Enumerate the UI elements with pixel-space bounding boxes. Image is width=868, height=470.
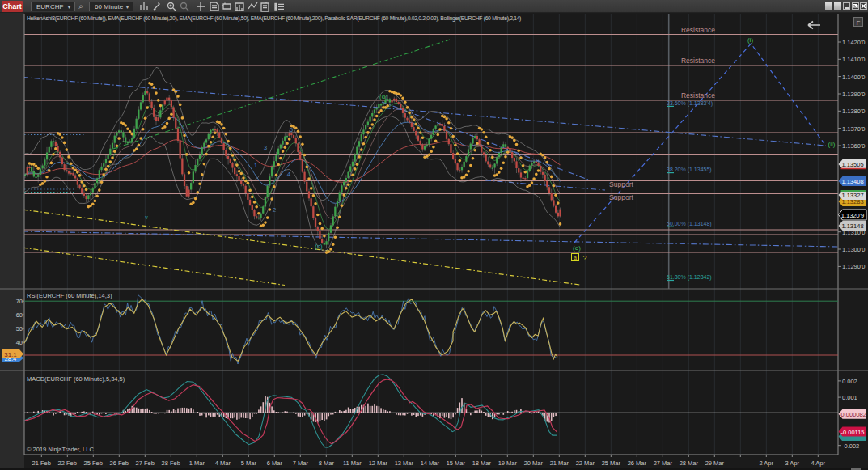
svg-text:1.1290'0: 1.1290'0 (842, 263, 866, 270)
svg-text:38.20% (1.13455): 38.20% (1.13455) (667, 167, 712, 173)
svg-text:4: 4 (287, 171, 291, 178)
svg-text:(d): (d) (379, 93, 387, 100)
svg-text:25 Feb: 25 Feb (84, 459, 103, 467)
svg-text:21 Feb: 21 Feb (32, 459, 51, 467)
svg-text:2 Apr: 2 Apr (760, 459, 774, 467)
svg-text:0.002: 0.002 (842, 378, 857, 385)
svg-text:0.001: 0.001 (842, 394, 857, 401)
svg-text:F: F (857, 19, 861, 27)
svg-text:20 Mar: 20 Mar (524, 459, 544, 467)
svg-text:15 Mar: 15 Mar (447, 459, 466, 467)
svg-text:13 Mar: 13 Mar (395, 459, 414, 467)
svg-text:1.13408: 1.13408 (841, 178, 863, 185)
svg-text:21 Mar: 21 Mar (550, 459, 569, 467)
svg-text:50.00% (1.13148): 50.00% (1.13148) (667, 221, 712, 227)
svg-text:11 Mar: 11 Mar (343, 459, 362, 467)
svg-text:Resistance: Resistance (681, 26, 715, 34)
svg-text:© 2019 NinjaTrader, LLC: © 2019 NinjaTrader, LLC (27, 446, 94, 453)
svg-text:Resistance: Resistance (681, 91, 715, 100)
svg-text:25 Mar: 25 Mar (602, 459, 621, 467)
svg-text:27 Mar: 27 Mar (654, 459, 673, 467)
svg-text:(e): (e) (573, 244, 581, 252)
svg-text:Support: Support (609, 193, 633, 201)
svg-text:1.1410'0: 1.1410'0 (842, 56, 866, 63)
svg-text:7 Mar: 7 Mar (293, 459, 309, 467)
svg-text:1.1390'0: 1.1390'0 (842, 91, 866, 98)
svg-text:1.1300'0: 1.1300'0 (842, 246, 866, 253)
svg-text:2: 2 (273, 206, 277, 214)
svg-text:(i): (i) (747, 36, 753, 44)
svg-text:12 Mar: 12 Mar (369, 459, 388, 467)
svg-text:31.1: 31.1 (4, 351, 17, 358)
svg-text:14 Mar: 14 Mar (421, 459, 440, 467)
svg-text:1.1320'9: 1.1320'9 (841, 212, 865, 219)
svg-text:HeikenAshi8(EURCHF (60 Minute): HeikenAshi8(EURCHF (60 Minute)), EMA(EUR… (27, 15, 521, 22)
svg-text:1.1400'0: 1.1400'0 (842, 74, 866, 81)
svg-text:Resistance: Resistance (681, 57, 715, 65)
svg-text:23.60% (1.1383'4): 23.60% (1.1383'4) (667, 100, 713, 107)
svg-text:4 Mar: 4 Mar (215, 459, 231, 467)
svg-text:61.80% (1.12842): 61.80% (1.12842) (667, 274, 712, 281)
svg-text:22 Mar: 22 Mar (576, 459, 595, 467)
svg-text:28 Feb: 28 Feb (162, 459, 180, 467)
svg-text:Support: Support (609, 180, 633, 188)
svg-text:18 Mar: 18 Mar (472, 459, 492, 467)
svg-text:(c): (c) (315, 243, 323, 250)
svg-text:22 Feb: 22 Feb (58, 459, 77, 467)
svg-text:1.1360'0: 1.1360'0 (842, 142, 866, 150)
svg-text:29 Mar: 29 Mar (705, 459, 725, 467)
svg-text:1.1380'0: 1.1380'0 (842, 108, 866, 115)
svg-text:4 Apr: 4 Apr (811, 459, 826, 467)
svg-text:28 Mar: 28 Mar (680, 459, 699, 467)
svg-text:-0.00115: -0.00115 (840, 429, 864, 436)
svg-text:3: 3 (264, 144, 268, 151)
svg-text:6 Mar: 6 Mar (267, 459, 283, 467)
svg-text:(ii): (ii) (828, 141, 836, 148)
svg-text:26 Feb: 26 Feb (110, 459, 129, 467)
svg-text:5: 5 (290, 126, 294, 133)
svg-text:5 Mar: 5 Mar (241, 459, 257, 467)
svg-text:RSI(EURCHF (60 Minute),14,3): RSI(EURCHF (60 Minute),14,3) (27, 292, 112, 299)
svg-text:27 Feb: 27 Feb (136, 459, 155, 467)
svg-text:v: v (145, 214, 148, 220)
svg-text:-0.000082: -0.000082 (839, 411, 866, 418)
svg-text:1: 1 (254, 162, 258, 169)
svg-text:1.13505: 1.13505 (841, 161, 863, 168)
svg-text:26 Mar: 26 Mar (628, 459, 647, 467)
svg-text:1 Mar: 1 Mar (189, 459, 205, 467)
svg-text:1.1370'0: 1.1370'0 (842, 125, 866, 133)
svg-text:1.1420'0: 1.1420'0 (842, 39, 866, 46)
svg-text:1.13327: 1.13327 (841, 192, 863, 199)
svg-text:a: a (574, 255, 577, 260)
svg-text:19 Mar: 19 Mar (498, 459, 518, 467)
svg-text:8 Mar: 8 Mar (319, 459, 335, 467)
svg-text:1.13148: 1.13148 (841, 222, 863, 230)
svg-text:MACD(EURCHF (60 Minute),5,34,5: MACD(EURCHF (60 Minute),5,34,5) (27, 375, 125, 383)
svg-text:-0.002: -0.002 (842, 442, 859, 450)
svg-text:3 Apr: 3 Apr (785, 459, 800, 467)
svg-text:?: ? (582, 254, 586, 262)
